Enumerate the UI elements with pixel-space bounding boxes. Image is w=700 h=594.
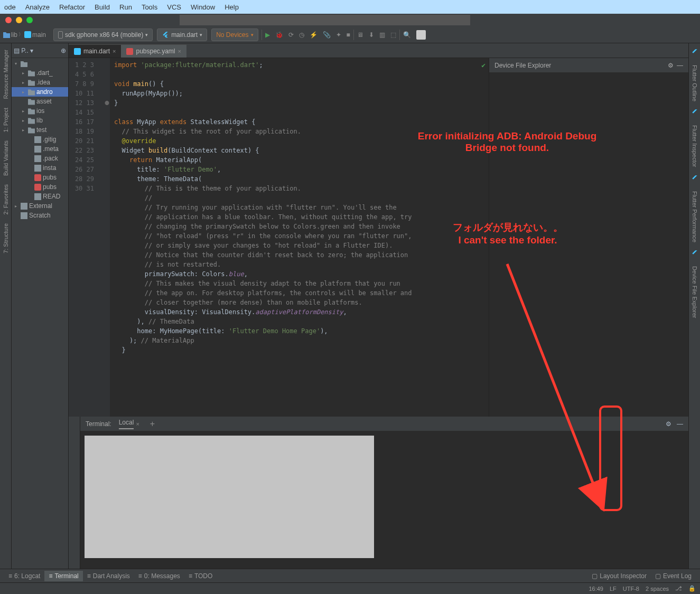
right-rail-flutter-performance[interactable]: Flutter Performance bbox=[692, 187, 698, 247]
chevron-down-icon: ▾ bbox=[200, 32, 202, 37]
menu-build[interactable]: Build bbox=[95, 3, 110, 11]
left-rail-2--favorites[interactable]: 2: Favorites bbox=[3, 180, 9, 219]
lock-icon[interactable]: 🔒 bbox=[688, 585, 696, 592]
editor-tab-main.dart[interactable]: main.dart× bbox=[69, 44, 121, 58]
bottom-layout-inspector[interactable]: ▢Layout Inspector bbox=[587, 571, 651, 581]
project-tree[interactable]: ▾▸.dart_▸.idea▸androasset▸ios▸lib▸test.g… bbox=[12, 58, 68, 221]
indent-setting[interactable]: 2 spaces bbox=[646, 586, 669, 592]
breadcrumb[interactable]: lib 〉 main bbox=[3, 31, 46, 39]
dfe-body bbox=[489, 73, 688, 417]
left-rail-build-variants[interactable]: Build Variants bbox=[3, 136, 9, 180]
left-rail-7--structure[interactable]: 7: Structure bbox=[3, 219, 9, 258]
menu-vcs[interactable]: VCS bbox=[167, 3, 181, 11]
file-encoding[interactable]: UTF-8 bbox=[623, 586, 639, 592]
tree-item-READ[interactable]: READ bbox=[12, 192, 68, 201]
tree-item-Scratch[interactable]: Scratch bbox=[12, 211, 68, 220]
terminal-body[interactable] bbox=[80, 431, 688, 569]
profile-button[interactable]: ◷ bbox=[299, 31, 304, 39]
minimize-icon[interactable]: — bbox=[677, 62, 683, 69]
chevron-down-icon: ▾ bbox=[251, 32, 254, 37]
coverage-button[interactable]: ⟳ bbox=[288, 31, 294, 39]
tree-item-.meta[interactable]: .meta bbox=[12, 144, 68, 154]
dfe-title: Device File Explorer bbox=[494, 62, 551, 69]
tree-item-pubs[interactable]: pubs bbox=[12, 173, 68, 182]
new-terminal-button[interactable]: + bbox=[150, 419, 155, 429]
tree-item-asset[interactable]: asset bbox=[12, 97, 68, 106]
left-rail-resource-manager[interactable]: Resource Manager bbox=[3, 45, 9, 103]
tree-item-.idea[interactable]: ▸.idea bbox=[12, 78, 68, 87]
menu-analyze[interactable]: Analyze bbox=[25, 3, 50, 11]
user-avatar[interactable] bbox=[416, 30, 426, 40]
run-target-selector[interactable]: main.dart ▾ bbox=[157, 29, 207, 41]
menu-ode[interactable]: ode bbox=[4, 3, 16, 11]
menu-run[interactable]: Run bbox=[119, 3, 132, 11]
tree-item-pubs[interactable]: pubs bbox=[12, 182, 68, 192]
tree-item-root[interactable]: ▾ bbox=[12, 59, 68, 68]
run-button[interactable]: ▶ bbox=[265, 31, 270, 39]
stop-button[interactable]: ■ bbox=[347, 31, 350, 39]
dart-icon bbox=[24, 31, 31, 38]
yml-icon bbox=[126, 48, 133, 55]
right-rail-flutter-inspector[interactable]: Flutter Inspector bbox=[692, 121, 698, 171]
target-label: main.dart bbox=[171, 31, 198, 39]
tree-item-test[interactable]: ▸test bbox=[12, 125, 68, 135]
avd-manager-button[interactable]: 🖥 bbox=[357, 31, 363, 39]
devices-dropdown[interactable]: No Devices ▾ bbox=[211, 29, 258, 41]
device-label: sdk gphone x86 64 (mobile) bbox=[65, 31, 143, 39]
editor-tab-pubspec.yaml[interactable]: pubspec.yaml× bbox=[121, 44, 186, 58]
line-separator[interactable]: LF bbox=[610, 586, 617, 592]
window-title bbox=[180, 15, 470, 25]
caret-position[interactable]: 16:49 bbox=[589, 586, 603, 592]
chevron-down-icon: ▾ bbox=[145, 32, 148, 37]
device-selector[interactable]: sdk gphone x86 64 (mobile) ▾ bbox=[53, 29, 153, 41]
code-editor[interactable]: 1 2 3 4 5 6 7 8 9 10 11 12 13 14 15 16 1… bbox=[69, 58, 489, 417]
project-view-dropdown[interactable]: ▤ P.. ▾ bbox=[14, 47, 33, 54]
menu-help[interactable]: Help bbox=[225, 3, 239, 11]
window-close-button[interactable] bbox=[5, 17, 12, 23]
window-minimize-button[interactable] bbox=[16, 17, 22, 23]
menu-tools[interactable]: Tools bbox=[142, 3, 157, 11]
left-rail-1--project[interactable]: 1: Project bbox=[3, 103, 9, 136]
search-button[interactable]: 🔍 bbox=[403, 31, 411, 39]
right-rail-flutter-outline[interactable]: Flutter Outline bbox=[692, 61, 698, 106]
terminal-label: Terminal: bbox=[86, 420, 111, 428]
attach-button[interactable]: 📎 bbox=[323, 31, 331, 39]
tree-item-lib[interactable]: ▸lib bbox=[12, 116, 68, 125]
gear-icon[interactable]: ⚙ bbox=[666, 420, 671, 428]
flutter-attach-button[interactable]: ✦ bbox=[336, 31, 341, 39]
code-content[interactable]: import 'package:flutter/material.dart'; … bbox=[110, 58, 489, 417]
bottom-6--logcat[interactable]: ≡6: Logcat bbox=[4, 571, 44, 581]
close-icon[interactable]: × bbox=[178, 48, 181, 54]
bottom-todo[interactable]: ≡TODO bbox=[184, 571, 217, 581]
hot-reload-button[interactable]: ⚡ bbox=[310, 31, 318, 39]
cube-icon[interactable]: ⬚ bbox=[390, 31, 396, 39]
bottom-terminal[interactable]: ≡Terminal bbox=[44, 571, 82, 581]
resource-manager-button[interactable]: ▥ bbox=[379, 31, 385, 39]
menu-window[interactable]: Window bbox=[191, 3, 215, 11]
minimize-icon[interactable]: — bbox=[677, 420, 683, 428]
gear-icon[interactable]: ⚙ bbox=[668, 62, 674, 69]
inspection-ok-icon: ✔ bbox=[481, 61, 486, 69]
tree-item-.pack[interactable]: .pack bbox=[12, 154, 68, 163]
tree-item-andro[interactable]: ▸andro bbox=[12, 87, 68, 97]
git-branch-icon[interactable]: ⎇ bbox=[675, 585, 682, 592]
close-icon[interactable]: × bbox=[113, 48, 116, 54]
bottom-event-log[interactable]: ▢Event Log bbox=[651, 571, 696, 581]
device-file-explorer-panel: Device File Explorer ⚙ — bbox=[489, 58, 688, 417]
bottom-dart-analysis[interactable]: ≡Dart Analysis bbox=[83, 571, 134, 581]
locate-button[interactable]: ⊕ bbox=[61, 47, 66, 54]
terminal-tab-local[interactable]: Local bbox=[119, 419, 134, 429]
tree-item-ios[interactable]: ▸ios bbox=[12, 106, 68, 116]
sdk-manager-button[interactable]: ⬇ bbox=[369, 31, 374, 39]
debug-button[interactable]: 🐞 bbox=[275, 31, 283, 39]
tree-item-insta[interactable]: insta bbox=[12, 163, 68, 173]
tree-item-External[interactable]: ▸External bbox=[12, 201, 68, 211]
right-rail-device-file-explorer[interactable]: Device File Explorer bbox=[692, 262, 698, 322]
window-zoom-button[interactable] bbox=[26, 17, 33, 23]
tree-item-.dart_[interactable]: ▸.dart_ bbox=[12, 68, 68, 78]
menu-refactor[interactable]: Refactor bbox=[59, 3, 85, 11]
close-tab-icon[interactable]: × bbox=[136, 421, 139, 427]
bottom-0--messages[interactable]: ≡0: Messages bbox=[134, 571, 184, 581]
tree-item-.gitig[interactable]: .gitig bbox=[12, 135, 68, 144]
dart-icon bbox=[74, 48, 81, 55]
